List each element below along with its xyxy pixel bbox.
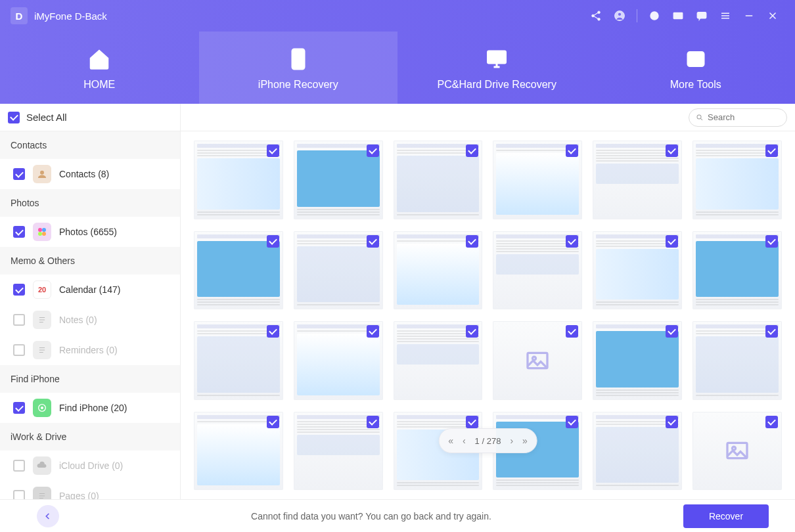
sidebar-item[interactable]: 20Calendar (147) (0, 275, 180, 305)
pager-last[interactable]: » (522, 435, 528, 446)
pager-first[interactable]: « (448, 435, 453, 446)
sidebar-item-label: Calendar (147) (59, 284, 120, 295)
sidebar-item[interactable]: Find iPhone (20) (0, 393, 180, 423)
share-icon[interactable] (587, 7, 605, 25)
thumbnail-checkbox[interactable] (267, 416, 279, 428)
thumbnail-checkbox[interactable] (666, 416, 678, 428)
photo-thumbnail[interactable] (593, 231, 682, 310)
sidebar-item: Pages (0) (0, 481, 180, 499)
nav-tabs: HOME iPhone Recovery PC&Hard Drive Recov… (0, 32, 795, 104)
svg-point-6 (653, 14, 656, 18)
thumbnail-checkbox[interactable] (267, 235, 279, 248)
photo-thumbnail[interactable] (394, 321, 483, 400)
photo-thumbnail[interactable] (593, 321, 682, 400)
sidebar-item-label: iCloud Drive (0) (59, 460, 123, 471)
photo-thumbnail[interactable] (294, 141, 383, 219)
photo-thumbnail[interactable] (593, 141, 682, 219)
photo-thumbnail[interactable] (693, 231, 782, 310)
target-icon[interactable] (645, 7, 664, 25)
thumbnail-checkbox[interactable] (267, 144, 279, 157)
thumbnail-checkbox[interactable] (566, 416, 578, 428)
thumbnail-checkbox[interactable] (566, 235, 578, 248)
minimize-icon[interactable] (740, 7, 758, 25)
svg-point-1 (592, 14, 595, 17)
back-button[interactable] (37, 505, 59, 527)
sidebar-item-checkbox[interactable] (13, 168, 25, 180)
photo-thumbnail[interactable] (493, 321, 582, 400)
user-icon[interactable] (610, 7, 629, 25)
photo-thumbnail[interactable] (194, 231, 283, 310)
svg-point-11 (495, 56, 499, 59)
chat-icon[interactable] (693, 7, 711, 25)
home-icon (85, 45, 114, 74)
thumbnail-checkbox[interactable] (466, 235, 478, 248)
pager-text: 1 / 278 (475, 436, 501, 446)
thumbnail-checkbox[interactable] (267, 325, 279, 338)
photo-thumbnail[interactable] (194, 141, 283, 219)
tab-home[interactable]: HOME (0, 32, 199, 104)
thumbnail-checkbox[interactable] (666, 144, 678, 157)
svg-point-4 (618, 12, 621, 16)
thumbnail-checkbox[interactable] (765, 325, 778, 338)
photo-thumbnail[interactable] (294, 231, 383, 310)
thumbnail-checkbox[interactable] (666, 325, 678, 338)
photo-thumbnail[interactable] (294, 321, 383, 400)
tab-iphone-recovery[interactable]: iPhone Recovery (199, 32, 398, 104)
calendar-icon: 20 (33, 280, 51, 299)
thumbnail-checkbox[interactable] (566, 325, 578, 338)
photo-thumbnail[interactable] (693, 321, 782, 400)
thumbnail-checkbox[interactable] (566, 144, 578, 157)
sidebar-item-checkbox[interactable] (13, 226, 25, 238)
thumbnail-checkbox[interactable] (765, 416, 778, 428)
photo-thumbnail[interactable] (693, 412, 782, 491)
thumbnail-checkbox[interactable] (367, 325, 379, 338)
photo-thumbnail[interactable] (693, 141, 782, 219)
close-icon[interactable] (763, 7, 782, 25)
photo-thumbnail[interactable] (194, 321, 283, 400)
select-all-checkbox[interactable] (8, 112, 20, 123)
menu-icon[interactable] (716, 7, 735, 25)
pager-next[interactable]: › (510, 435, 513, 446)
photo-thumbnail[interactable] (194, 412, 283, 491)
thumbnail-checkbox[interactable] (666, 235, 678, 248)
recover-button[interactable]: Recover (683, 504, 769, 528)
svg-point-20 (42, 232, 46, 236)
thumbnail-checkbox[interactable] (367, 235, 379, 248)
photo-thumbnail[interactable] (493, 231, 582, 310)
thumbnail-checkbox[interactable] (466, 325, 478, 338)
contacts-icon (33, 165, 51, 183)
select-all-row[interactable]: Select All (0, 104, 180, 131)
notes-icon (33, 311, 51, 329)
footer-message: Cannot find data you want? You can go ba… (16, 511, 779, 521)
thumbnail-checkbox[interactable] (466, 416, 478, 428)
mail-icon[interactable] (669, 7, 687, 25)
sidebar-group-header: Contacts (0, 131, 180, 159)
search-input[interactable] (708, 112, 780, 122)
search-box[interactable] (689, 108, 787, 127)
tab-pc-recovery[interactable]: PC&Hard Drive Recovery (398, 32, 597, 104)
svg-rect-8 (697, 12, 706, 18)
pages-icon (33, 487, 51, 499)
sidebar-item-checkbox[interactable] (13, 402, 25, 414)
tab-label: PC&Hard Drive Recovery (438, 79, 556, 91)
photo-thumbnail[interactable] (593, 412, 682, 491)
thumbnail-checkbox[interactable] (765, 144, 778, 157)
sidebar-item[interactable]: Contacts (8) (0, 159, 180, 189)
sidebar-item-label: Reminders (0) (59, 345, 118, 355)
search-icon (696, 113, 704, 122)
thumbnail-checkbox[interactable] (367, 416, 379, 428)
tab-more-tools[interactable]: More Tools (597, 32, 796, 104)
sidebar-item-checkbox[interactable] (13, 284, 25, 296)
photo-thumbnail[interactable] (493, 141, 582, 219)
pager-prev[interactable]: ‹ (463, 435, 466, 446)
thumbnail-checkbox[interactable] (765, 235, 778, 248)
sidebar-item: Notes (0) (0, 305, 180, 335)
thumbnail-checkbox[interactable] (367, 144, 379, 157)
photo-thumbnail[interactable] (294, 412, 383, 491)
sidebar-item-checkbox (13, 344, 25, 356)
sidebar-item-checkbox (13, 460, 25, 472)
photo-thumbnail[interactable] (394, 141, 483, 219)
sidebar-item[interactable]: Photos (6655) (0, 217, 180, 247)
thumbnail-checkbox[interactable] (466, 144, 478, 157)
photo-thumbnail[interactable] (394, 231, 483, 310)
